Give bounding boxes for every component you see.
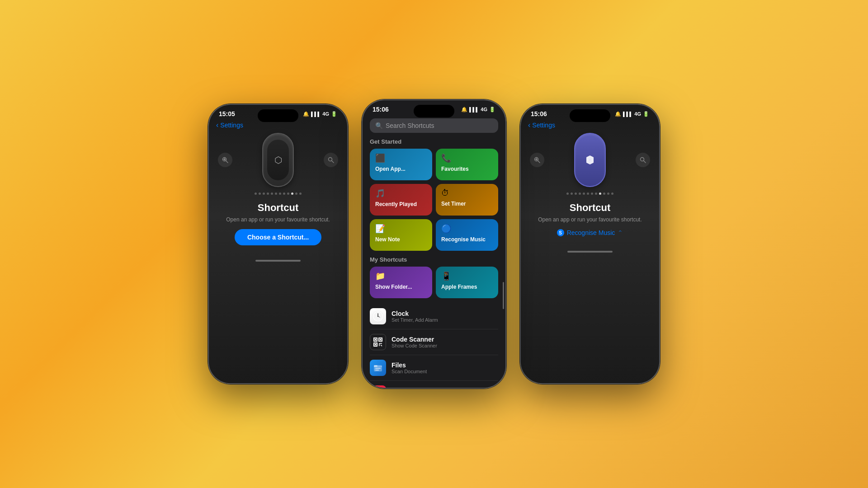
phone-3-dot-7 [591, 192, 593, 195]
phone-3-dynamic-island [570, 109, 610, 122]
phone-3-subtitle: Open an app or run your favourite shortc… [538, 216, 642, 223]
tile-recognise-music[interactable]: 🔵 Recognise Music [436, 219, 498, 251]
phone-3-home-bar [567, 251, 613, 253]
phone-2-search-placeholder: Search Shortcuts [386, 122, 434, 129]
phone-3-zoom-out-icon[interactable] [530, 153, 544, 167]
tile-favourites[interactable]: 📞 Favourites [436, 149, 498, 180]
phone-1-back-label: Settings [220, 122, 243, 129]
phone-1-back-button[interactable]: ‹ Settings [216, 121, 243, 129]
phone-1-battery-icon: 🔋 [331, 111, 337, 117]
scanner-app-icon [370, 334, 386, 350]
phone-3-home-indicator [521, 245, 659, 258]
phone-3-chevron-icon: ⌃ [618, 229, 623, 236]
app-list-item-files[interactable]: Files Scan Document [370, 355, 498, 381]
phone-3-shortcut-pill-inner [579, 140, 601, 180]
svg-point-9 [377, 316, 378, 317]
phone-2-my-shortcuts-grid: 📁 Show Folder... 📱 Apple Frames [370, 267, 498, 298]
phone-1-status-icons: 🔔 ▌▌▌ 4G 🔋 [303, 111, 337, 117]
music-app-icon [370, 385, 386, 388]
phone-3-dot-2 [571, 192, 573, 195]
phone-1-dot-8 [283, 192, 285, 195]
phone-1-dot-4 [267, 192, 269, 195]
set-timer-icon: ⏱ [441, 188, 493, 198]
svg-rect-14 [380, 339, 381, 340]
phone-3-back-label: Settings [532, 122, 555, 129]
svg-point-0 [223, 158, 226, 161]
phone-2-status-icons: 🔔 ▌▌▌ 4G 🔋 [461, 107, 495, 113]
phone-1-choose-button[interactable]: Choose a Shortcut... [235, 229, 321, 245]
tile-apple-frames-label: Apple Frames [441, 284, 493, 290]
files-app-name: Files [392, 361, 498, 369]
tile-recognise-music-label: Recognise Music [441, 236, 493, 243]
phone-3-bottom-section: Shortcut Open an app or run your favouri… [521, 198, 659, 245]
svg-point-4 [329, 158, 332, 161]
svg-line-33 [538, 161, 540, 163]
svg-rect-20 [374, 365, 377, 367]
music-app-info: Music Recently Played, Play... [392, 387, 498, 388]
phone-2-search-container: 🔍 Search Shortcuts [363, 115, 505, 133]
new-note-icon: 📝 [375, 224, 427, 234]
tile-apple-frames[interactable]: 📱 Apple Frames [436, 267, 498, 298]
phone-1-network-label: 4G [322, 111, 329, 117]
app-list-item-clock[interactable]: Clock Set Timer, Add Alarm [370, 304, 498, 329]
phone-2: 15:06 🔔 ▌▌▌ 4G 🔋 🔍 Search Shortcuts [362, 99, 506, 389]
svg-line-18 [381, 345, 382, 346]
open-app-icon: ⬛ [375, 153, 427, 163]
phone-3-time: 15:06 [531, 110, 547, 117]
files-app-info: Files Scan Document [392, 361, 498, 374]
tile-open-app[interactable]: ⬛ Open App... [370, 149, 432, 180]
clock-app-icon [370, 308, 386, 324]
app-list-item-music[interactable]: Music Recently Played, Play... [370, 381, 498, 388]
tile-recently-played[interactable]: 🎵 Recently Played [370, 184, 432, 216]
phone-1-screen: 15:05 🔔 ▌▌▌ 4G 🔋 ‹ Settings [209, 105, 347, 383]
music-app-name: Music [392, 387, 498, 388]
tile-new-note[interactable]: 📝 New Note [370, 219, 432, 251]
svg-point-36 [641, 158, 644, 161]
phone-3-page-dots [521, 192, 659, 195]
tile-new-note-label: New Note [375, 236, 427, 243]
tile-show-folder[interactable]: 📁 Show Folder... [370, 267, 432, 298]
svg-rect-21 [375, 368, 381, 369]
phone-1-dot-5 [271, 192, 273, 195]
phone-1-dot-2 [259, 192, 261, 195]
phone-1-dot-11 [295, 192, 297, 195]
phone-1-time: 15:05 [219, 110, 235, 117]
phone-1-bottom-section: Shortcut Open an app or run your favouri… [209, 198, 347, 254]
svg-rect-22 [375, 370, 379, 371]
app-list-item-scanner[interactable]: Code Scanner Show Code Scanner [370, 329, 498, 355]
phone-3-dot-9 [599, 192, 601, 195]
svg-line-1 [226, 161, 228, 163]
phone-3-back-button[interactable]: ‹ Settings [528, 121, 555, 129]
tile-set-timer-label: Set Timer [441, 201, 493, 207]
phone-3-signal-icon: ▌▌▌ [623, 112, 632, 117]
phone-2-get-started-grid: ⬛ Open App... 📞 Favourites 🎵 Recently Pl… [370, 149, 498, 251]
phone-1-zoom-out-icon[interactable] [218, 153, 232, 167]
phone-1-signal-icon: ▌▌▌ [311, 112, 321, 117]
phone-1-home-bar [255, 260, 301, 262]
phone-3-dot-10 [603, 192, 605, 195]
phone-2-my-shortcuts-title: My Shortcuts [370, 256, 498, 263]
phone-2-signal-icon: ▌▌▌ [469, 107, 479, 112]
phones-container: 15:05 🔔 ▌▌▌ 4G 🔋 ‹ Settings [208, 99, 660, 389]
phone-3-dot-12 [611, 192, 613, 195]
phone-3-status-icons: 🔔 ▌▌▌ 4G 🔋 [615, 111, 649, 117]
phone-1-zoom-in-icon[interactable] [324, 153, 338, 167]
tile-set-timer[interactable]: ⏱ Set Timer [436, 184, 498, 216]
tile-open-app-label: Open App... [375, 166, 427, 172]
svg-rect-15 [375, 344, 376, 345]
phone-3: 15:06 🔔 ▌▌▌ 4G 🔋 ‹ Settings [520, 104, 660, 384]
search-icon: 🔍 [375, 122, 383, 129]
phone-3-dot-8 [595, 192, 597, 195]
phone-1-dot-10 [291, 192, 293, 195]
phone-2-search-bar[interactable]: 🔍 Search Shortcuts [370, 118, 498, 133]
phone-1-dot-3 [263, 192, 265, 195]
phone-3-selected-shortcut[interactable]: S Recognise Music ⌃ [557, 229, 623, 236]
tile-favourites-label: Favourites [441, 166, 493, 172]
files-app-detail: Scan Document [392, 369, 498, 374]
phone-3-zoom-in-icon[interactable] [636, 153, 650, 167]
phone-3-dot-6 [587, 192, 589, 195]
phone-1-dot-6 [275, 192, 277, 195]
phone-3-dot-3 [575, 192, 577, 195]
phone-1-title: Shortcut [258, 202, 298, 214]
clock-app-info: Clock Set Timer, Add Alarm [392, 310, 498, 323]
